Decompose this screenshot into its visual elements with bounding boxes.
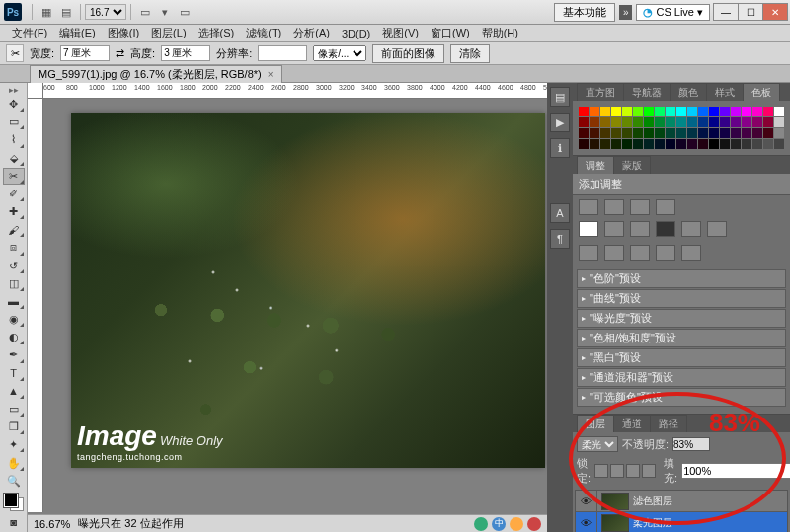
dock-char-icon[interactable]: A bbox=[550, 203, 570, 223]
zoom-tool[interactable]: 🔍 bbox=[3, 473, 25, 490]
opacity-input[interactable] bbox=[672, 437, 710, 451]
swatch[interactable] bbox=[709, 107, 719, 116]
quickmask-tool[interactable]: ◙ bbox=[3, 513, 25, 530]
eyedropper-tool[interactable]: ✐ bbox=[3, 186, 25, 202]
adj-exposure-icon[interactable] bbox=[656, 199, 675, 215]
swatch[interactable] bbox=[611, 107, 621, 116]
swatch[interactable] bbox=[644, 117, 654, 127]
swatch[interactable] bbox=[611, 128, 621, 138]
tab-swatches[interactable]: 色板 bbox=[743, 83, 780, 101]
swatch[interactable] bbox=[666, 139, 675, 149]
swatch[interactable] bbox=[763, 128, 773, 138]
dock-para-icon[interactable]: ¶ bbox=[550, 229, 570, 249]
menu-file[interactable]: 文件(F) bbox=[6, 26, 53, 40]
height-input[interactable] bbox=[161, 45, 210, 61]
swatch[interactable] bbox=[731, 117, 741, 127]
minimize-button[interactable]: — bbox=[713, 3, 739, 21]
preset-curves[interactable]: ▸"曲线"预设 bbox=[577, 289, 786, 308]
adj-gradmap-icon[interactable] bbox=[656, 245, 675, 261]
tab-paths[interactable]: 路径 bbox=[650, 415, 687, 432]
swatch[interactable] bbox=[698, 139, 708, 149]
adj-bw-icon[interactable] bbox=[656, 221, 675, 237]
preset-exposure[interactable]: ▸"曝光度"预设 bbox=[577, 309, 786, 328]
swatch[interactable] bbox=[579, 117, 589, 127]
swatch[interactable] bbox=[709, 128, 719, 138]
swatch[interactable] bbox=[590, 107, 599, 116]
swatch[interactable] bbox=[633, 139, 643, 149]
workspace-switcher-icon[interactable]: » bbox=[619, 5, 633, 20]
swatch[interactable] bbox=[676, 139, 686, 149]
swatch[interactable] bbox=[611, 117, 621, 127]
swatch[interactable] bbox=[600, 107, 610, 116]
layer-item[interactable]: 👁滤色图层 bbox=[576, 491, 787, 512]
crop-tool-icon[interactable]: ✂ bbox=[6, 44, 24, 62]
fill-input[interactable] bbox=[681, 463, 790, 479]
swatch[interactable] bbox=[579, 107, 589, 116]
adj-curves-icon[interactable] bbox=[630, 199, 650, 215]
document-canvas[interactable]: Image White Only tangcheng.tuchong.com bbox=[71, 113, 545, 468]
menu-help[interactable]: 帮助(H) bbox=[476, 26, 524, 40]
swatch[interactable] bbox=[676, 128, 686, 138]
swatch[interactable] bbox=[655, 117, 665, 127]
resolution-input[interactable] bbox=[258, 45, 307, 61]
swatch[interactable] bbox=[622, 139, 632, 149]
swatch[interactable] bbox=[687, 107, 697, 116]
cslive-button[interactable]: ◔CS Live ▾ bbox=[636, 4, 710, 21]
adj-balance-icon[interactable] bbox=[630, 221, 650, 237]
swatch[interactable] bbox=[600, 139, 610, 149]
swatch[interactable] bbox=[622, 128, 632, 138]
swatch[interactable] bbox=[666, 117, 675, 127]
swatch[interactable] bbox=[774, 117, 784, 127]
dock-actions-icon[interactable]: ▶ bbox=[550, 113, 570, 132]
swatch[interactable] bbox=[600, 128, 610, 138]
blur-tool[interactable]: ◉ bbox=[3, 311, 25, 328]
swatch[interactable] bbox=[687, 139, 697, 149]
swatch[interactable] bbox=[752, 117, 762, 127]
shape-tool[interactable]: ▭ bbox=[3, 401, 25, 418]
tab-channels[interactable]: 通道 bbox=[613, 415, 651, 432]
workspace-button[interactable]: 基本功能 bbox=[554, 3, 615, 22]
swatch[interactable] bbox=[655, 128, 665, 138]
swatches-grid[interactable] bbox=[577, 105, 786, 151]
visibility-icon[interactable]: 👁 bbox=[576, 491, 597, 511]
dodge-tool[interactable]: ◐ bbox=[3, 329, 25, 345]
swatch[interactable] bbox=[742, 117, 751, 127]
close-tab-icon[interactable]: × bbox=[268, 69, 274, 80]
swatch[interactable] bbox=[590, 117, 599, 127]
ruler-horizontal[interactable]: 6008001000120014001600180020002200240026… bbox=[43, 83, 547, 99]
swatch[interactable] bbox=[633, 107, 643, 116]
swatch[interactable] bbox=[698, 128, 708, 138]
swatch[interactable] bbox=[622, 107, 632, 116]
swatch[interactable] bbox=[720, 117, 730, 127]
swap-icon[interactable]: ⇄ bbox=[116, 47, 124, 60]
color-swatch[interactable] bbox=[3, 493, 25, 512]
tab-navigator[interactable]: 导航器 bbox=[623, 83, 671, 101]
swatch[interactable] bbox=[600, 117, 610, 127]
eraser-tool[interactable]: ◫ bbox=[3, 275, 25, 292]
move-tool[interactable]: ✥ bbox=[3, 96, 25, 113]
adj-levels-icon[interactable] bbox=[604, 199, 624, 215]
swatch[interactable] bbox=[763, 139, 773, 149]
swatch[interactable] bbox=[622, 117, 632, 127]
pen-tool[interactable]: ✒ bbox=[3, 346, 25, 363]
minibridge-icon[interactable]: ▤ bbox=[57, 3, 75, 21]
swatch[interactable] bbox=[579, 128, 589, 138]
history-brush-tool[interactable]: ↺ bbox=[3, 258, 25, 274]
layer-item[interactable]: 👁柔光图层 bbox=[576, 512, 787, 532]
ruler-vertical[interactable] bbox=[28, 99, 43, 512]
lock-pixels-icon[interactable] bbox=[610, 464, 624, 478]
lasso-tool[interactable]: ⌇ bbox=[3, 131, 25, 148]
menu-image[interactable]: 图像(I) bbox=[102, 26, 145, 40]
swatch[interactable] bbox=[731, 107, 741, 116]
swatch[interactable] bbox=[763, 107, 773, 116]
quick-select-tool[interactable]: ⬙ bbox=[3, 150, 25, 167]
lock-trans-icon[interactable] bbox=[594, 464, 608, 478]
swatch[interactable] bbox=[709, 139, 719, 149]
swatch[interactable] bbox=[742, 107, 751, 116]
swatch[interactable] bbox=[720, 128, 730, 138]
menu-view[interactable]: 视图(V) bbox=[376, 26, 425, 40]
lock-pos-icon[interactable] bbox=[626, 464, 640, 478]
swatch[interactable] bbox=[731, 128, 741, 138]
swatch[interactable] bbox=[666, 128, 675, 138]
swatch[interactable] bbox=[752, 128, 762, 138]
